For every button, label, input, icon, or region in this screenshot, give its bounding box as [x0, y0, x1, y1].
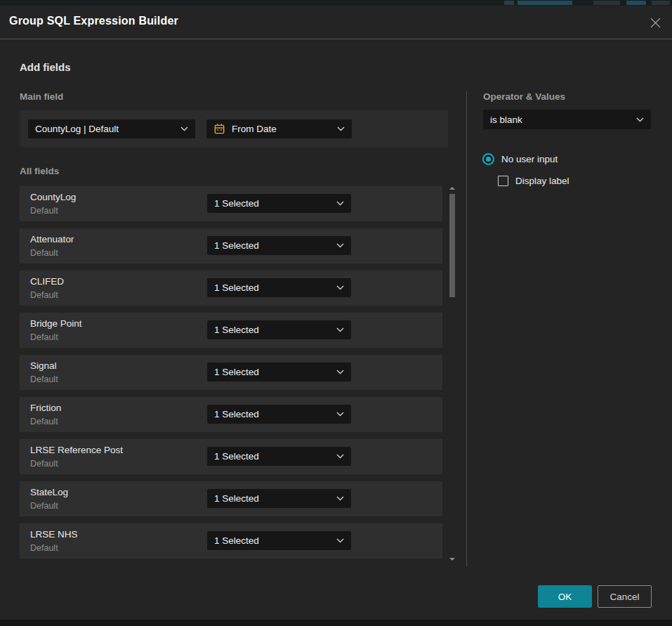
- main-field-panel: CountyLog | Default From Date: [20, 110, 448, 147]
- field-row-statelog: StateLog Default 1 Selected: [20, 481, 442, 516]
- group-sql-expression-builder-dialog: Group SQL Expression Builder Add fields …: [0, 6, 672, 620]
- main-field-value: From Date: [232, 124, 277, 134]
- main-field-label: Main field: [20, 91, 63, 102]
- selected-count: 1 Selected: [214, 409, 259, 419]
- field-source: Default: [30, 459, 58, 469]
- selected-count: 1 Selected: [214, 325, 259, 335]
- layer-select-dropdown[interactable]: CountyLog | Default: [28, 119, 195, 138]
- field-source: Default: [30, 248, 58, 258]
- field-selected-dropdown[interactable]: 1 Selected: [207, 363, 351, 382]
- chevron-down-icon: [336, 243, 344, 248]
- background-fragment: [504, 1, 514, 5]
- field-selected-dropdown[interactable]: 1 Selected: [207, 320, 351, 339]
- dialog-title: Group SQL Expression Builder: [9, 15, 178, 27]
- field-selected-dropdown[interactable]: 1 Selected: [207, 194, 351, 213]
- field-selected-dropdown[interactable]: 1 Selected: [207, 447, 351, 466]
- field-source: Default: [30, 290, 58, 300]
- chevron-down-icon: [336, 327, 344, 332]
- selected-count: 1 Selected: [214, 198, 259, 209]
- display-label-checkbox[interactable]: Display label: [498, 176, 569, 186]
- field-row-attenuator: Attenuator Default 1 Selected: [20, 228, 442, 263]
- ok-button[interactable]: OK: [538, 585, 592, 608]
- field-name: Friction: [30, 403, 61, 413]
- background-fragment: [518, 1, 572, 5]
- field-selected-dropdown[interactable]: 1 Selected: [207, 405, 351, 424]
- selected-count: 1 Selected: [214, 282, 259, 293]
- close-button[interactable]: [647, 15, 663, 30]
- layer-select-value: CountyLog | Default: [35, 124, 119, 134]
- checkbox-unchecked-icon: [498, 176, 508, 186]
- radio-dot: [486, 157, 491, 162]
- radio-selected-icon: [482, 153, 494, 165]
- field-row-signal: Signal Default 1 Selected: [20, 355, 442, 390]
- field-source: Default: [30, 417, 58, 426]
- chevron-down-icon: [636, 117, 644, 122]
- field-row-lrse-nhs: LRSE NHS Default 1 Selected: [20, 523, 442, 559]
- field-row-lrse-reference-post: LRSE Reference Post Default 1 Selected: [20, 439, 442, 474]
- operator-dropdown[interactable]: is blank: [483, 110, 651, 129]
- chevron-down-icon: [336, 454, 344, 459]
- selected-count: 1 Selected: [214, 367, 259, 377]
- chevron-down-icon: [180, 126, 188, 131]
- field-source: Default: [30, 374, 58, 384]
- dialog-header: Group SQL Expression Builder: [0, 6, 672, 39]
- operator-value: is blank: [490, 115, 522, 125]
- field-row-bridge-point: Bridge Point Default 1 Selected: [20, 313, 442, 348]
- field-name: CLIFED: [30, 276, 64, 287]
- selected-count: 1 Selected: [214, 240, 259, 251]
- field-name: Attenuator: [30, 234, 74, 244]
- background-fragment: [652, 1, 670, 5]
- field-row-clifed: CLIFED Default 1 Selected: [20, 270, 442, 306]
- scrollbar-up-arrow[interactable]: [449, 187, 455, 190]
- field-selected-dropdown[interactable]: 1 Selected: [207, 236, 351, 255]
- selected-count: 1 Selected: [214, 451, 259, 462]
- cancel-button[interactable]: Cancel: [598, 585, 652, 608]
- chevron-down-icon: [336, 285, 344, 290]
- close-icon: [650, 17, 661, 29]
- field-name: LRSE Reference Post: [30, 445, 123, 455]
- chevron-down-icon: [336, 370, 344, 374]
- display-label-label: Display label: [515, 176, 569, 186]
- field-name: Signal: [30, 360, 57, 371]
- chevron-down-icon: [337, 126, 345, 131]
- field-name: Bridge Point: [30, 318, 82, 329]
- selected-count: 1 Selected: [214, 493, 259, 504]
- field-source: Default: [30, 543, 58, 553]
- operator-values-label: Operator & Values: [483, 91, 565, 102]
- calendar-icon: [213, 123, 225, 135]
- all-fields-label: All fields: [20, 166, 59, 176]
- all-fields-list: CountyLog Default 1 Selected Attenuator …: [20, 186, 442, 566]
- field-selected-dropdown[interactable]: 1 Selected: [207, 531, 351, 550]
- chevron-down-icon: [336, 538, 344, 543]
- field-name: LRSE NHS: [30, 529, 78, 540]
- scrollbar-thumb[interactable]: [449, 194, 455, 297]
- background-fragment: [626, 1, 646, 5]
- field-source: Default: [30, 206, 58, 216]
- field-source: Default: [30, 501, 58, 511]
- scrollbar-down-arrow[interactable]: [449, 558, 455, 561]
- no-user-input-radio[interactable]: No user input: [482, 153, 558, 165]
- no-user-input-label: No user input: [501, 154, 558, 164]
- chevron-down-icon: [336, 412, 344, 417]
- background-app-bar: [0, 0, 672, 6]
- field-name: StateLog: [30, 487, 68, 497]
- page: Group SQL Expression Builder Add fields …: [0, 0, 672, 626]
- field-row-countylog: CountyLog Default 1 Selected: [20, 186, 442, 221]
- background-fragment: [593, 1, 620, 5]
- selected-count: 1 Selected: [214, 535, 259, 546]
- field-source: Default: [30, 332, 58, 342]
- field-selected-dropdown[interactable]: 1 Selected: [207, 278, 351, 297]
- panel-divider: [466, 91, 467, 566]
- add-fields-heading: Add fields: [20, 61, 71, 73]
- field-row-friction: Friction Default 1 Selected: [20, 397, 442, 432]
- field-name: CountyLog: [30, 192, 76, 202]
- field-selected-dropdown[interactable]: 1 Selected: [207, 489, 351, 508]
- main-field-dropdown[interactable]: From Date: [206, 119, 352, 138]
- chevron-down-icon: [336, 201, 344, 206]
- chevron-down-icon: [336, 496, 344, 501]
